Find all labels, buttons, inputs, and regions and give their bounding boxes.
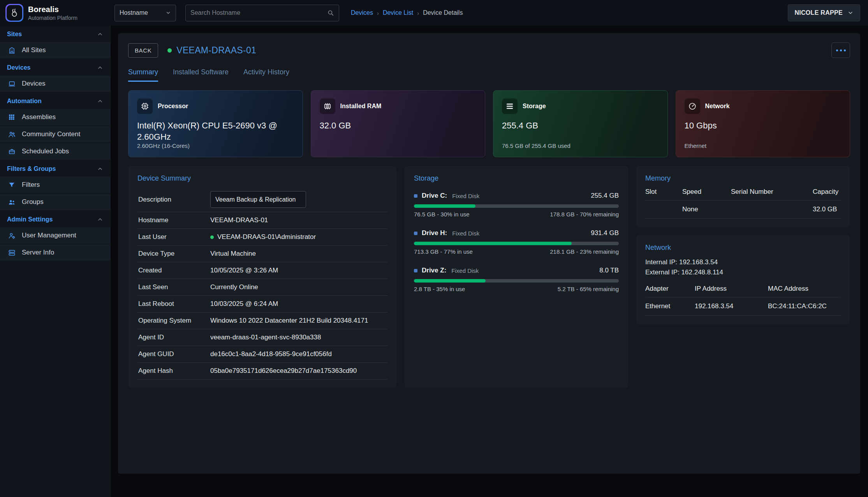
kebab-icon [836, 49, 838, 51]
chevron-up-icon [97, 98, 103, 104]
stat-card-processor: Processor Intel(R) Xeon(R) CPU E5-2690 v… [128, 90, 303, 157]
network-panel: Network Internal IP: 192.168.3.54 Extern… [636, 235, 850, 324]
sidebar-item-scheduled-jobs[interactable]: Scheduled Jobs [0, 143, 110, 160]
building-icon [7, 47, 16, 54]
hostname-filter-select[interactable]: Hostname [114, 5, 176, 21]
drive-h-used: 713.3 GB - 77% in use [414, 248, 473, 255]
tab-installed-software[interactable]: Installed Software [173, 68, 229, 82]
drive-bullet-icon [414, 269, 417, 272]
summary-row-agent-hash: Agent Hash 05ba0e7935171d626ecea29b27d7a… [137, 363, 387, 379]
people-icon [7, 131, 16, 138]
memory-panel: Memory Slot Speed Serial Number Capacity… [636, 166, 850, 227]
device-details-panel: BACK VEEAM-DRAAS-01 Summary Installed So… [118, 33, 860, 474]
sidebar-item-all-sites[interactable]: All Sites [0, 42, 110, 58]
drive-z-row: Drive Z: Fixed Disk 8.0 TB 2.8 TB - 35% … [414, 267, 619, 292]
memory-panel-title: Memory [645, 174, 841, 183]
page-header: BACK VEEAM-DRAAS-01 [128, 42, 850, 58]
sidebar-section-admin-settings[interactable]: Admin Settings [0, 211, 110, 227]
stat-card-network: Network 10 Gbps Ethernet [676, 90, 850, 157]
chevron-down-icon [847, 10, 854, 16]
storage-panel: Storage Drive C: Fixed Disk 255.4 GB [405, 166, 628, 388]
summary-row-hostname: Hostname VEEAM-DRAAS-01 [137, 212, 387, 229]
breadcrumb-devices[interactable]: Devices [351, 9, 373, 16]
sidebar-item-community-content[interactable]: Community Content [0, 126, 110, 142]
chevron-up-icon [97, 65, 103, 71]
external-ip: External IP: 162.248.8.114 [645, 267, 841, 277]
device-summary-title: Device Summary [137, 174, 387, 183]
ram-value: 32.0 GB [320, 120, 468, 131]
drive-c-progress [414, 204, 619, 208]
internal-ip: Internal IP: 192.168.3.54 [645, 257, 841, 267]
memory-table-header: Slot Speed Serial Number Capacity [645, 183, 841, 200]
description-input[interactable] [210, 191, 306, 208]
user-gear-icon [7, 232, 16, 239]
back-button[interactable]: BACK [128, 43, 158, 58]
sidebar-section-filters-groups[interactable]: Filters & Groups [0, 160, 110, 177]
stat-card-storage: Storage 255.4 GB 76.5 GB of 255.4 GB use… [493, 90, 668, 157]
tab-summary[interactable]: Summary [128, 68, 158, 82]
app-root: Borealis Automation Platform Hostname De… [0, 0, 868, 497]
detail-columns: Device Summary Description Hostname VEEA… [128, 166, 850, 388]
drive-h-remaining: 218.1 GB - 23% remaining [550, 248, 619, 255]
storage-stack-icon [502, 98, 518, 114]
sidebar-section-sites[interactable]: Sites [0, 26, 110, 42]
tab-activity-history[interactable]: Activity History [243, 68, 289, 82]
stat-cards-row: Processor Intel(R) Xeon(R) CPU E5-2690 v… [128, 90, 850, 157]
brand: Borealis Automation Platform [0, 4, 111, 22]
summary-row-agent-guid: Agent GUID de16c0c1-8aa2-4d18-9585-9ce91… [137, 346, 387, 363]
grid-icon [7, 114, 16, 121]
main-content: BACK VEEAM-DRAAS-01 Summary Installed So… [111, 26, 868, 497]
breadcrumb-device-details: Device Details [423, 9, 463, 16]
user-menu-button[interactable]: NICOLE RAPPE [788, 4, 860, 21]
drive-z-used: 2.8 TB - 35% in use [414, 286, 465, 292]
topbar: Borealis Automation Platform Hostname De… [0, 0, 868, 26]
detail-tabs: Summary Installed Software Activity Hist… [128, 68, 850, 82]
sidebar-item-filters[interactable]: Filters [0, 177, 110, 193]
search-icon[interactable] [327, 9, 334, 16]
sidebar-item-devices[interactable]: Devices [0, 76, 110, 92]
sidebar-item-user-management[interactable]: User Management [0, 227, 110, 244]
drive-z-remaining: 5.2 TB - 65% remaining [558, 286, 619, 292]
device-title: VEEAM-DRAAS-01 [176, 45, 256, 56]
sidebar-section-devices[interactable]: Devices [0, 59, 110, 76]
storage-footer: 76.5 GB of 255.4 GB used [502, 142, 659, 149]
more-options-button[interactable] [831, 42, 850, 58]
online-status-dot [210, 235, 214, 239]
online-status-dot [167, 48, 172, 53]
processor-value: Intel(R) Xeon(R) CPU E5-2690 v3 @ 2.60GH… [137, 120, 285, 142]
brand-text: Borealis Automation Platform [28, 5, 77, 21]
user-name: NICOLE RAPPE [794, 9, 843, 16]
sidebar-item-assemblies[interactable]: Assemblies [0, 109, 110, 125]
drive-bullet-icon [414, 232, 417, 235]
breadcrumb: Devices › Device List › Device Details [351, 9, 463, 16]
ram-icon [320, 98, 335, 114]
summary-row-last-reboot: Last Reboot 10/03/2025 @ 6:24 AM [137, 296, 387, 313]
rabbit-icon [7, 5, 22, 21]
search-input[interactable] [190, 9, 327, 16]
sidebar-section-automation[interactable]: Automation [0, 93, 110, 109]
app-name: Borealis [28, 5, 77, 14]
memory-table-row: None 32.0 GB [645, 200, 841, 219]
network-table-row: Ethernet 192.168.3.54 BC:24:11:CA:C6:2C [645, 297, 841, 316]
drive-h-row: Drive H: Fixed Disk 931.4 GB 713.3 GB - … [414, 229, 619, 255]
network-table-header: Adapter IP Address MAC Address [645, 279, 841, 297]
search-hostname-box [185, 5, 339, 21]
device-summary-panel: Device Summary Description Hostname VEEA… [128, 166, 397, 388]
storage-panel-title: Storage [414, 174, 619, 183]
sidebar-item-server-info[interactable]: Server Info [0, 244, 110, 261]
summary-row-last-seen: Last Seen Currently Online [137, 279, 387, 296]
summary-row-description: Description [137, 187, 387, 212]
laptop-icon [7, 80, 16, 88]
sidebar-item-groups[interactable]: Groups [0, 194, 110, 210]
drive-c-row: Drive C: Fixed Disk 255.4 GB 76.5 GB - 3… [414, 192, 619, 218]
server-icon [7, 249, 16, 256]
summary-row-created: Created 10/05/2025 @ 3:26 AM [137, 262, 387, 279]
breadcrumb-separator: › [417, 10, 419, 16]
summary-row-device-type: Device Type Virtual Machine [137, 246, 387, 262]
processor-footer: 2.60GHz (16-Cores) [137, 142, 294, 149]
filter-icon [7, 181, 16, 188]
storage-value: 255.4 GB [502, 120, 650, 131]
network-value: 10 Gbps [685, 120, 833, 131]
briefcase-icon [7, 148, 16, 155]
breadcrumb-device-list[interactable]: Device List [383, 9, 413, 16]
